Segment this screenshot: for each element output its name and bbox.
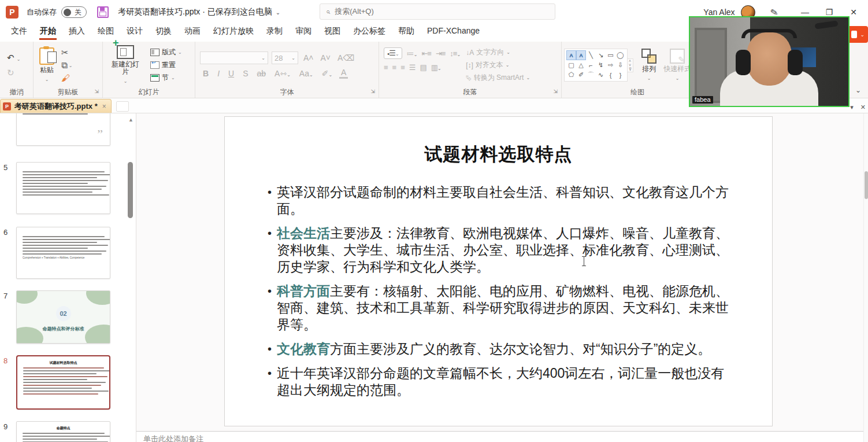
document-title[interactable]: 考研英语翻译技巧.pptx · 已保存到这台电脑 ⌄ [118, 7, 280, 17]
dialog-launcher-icon[interactable]: ⇲ [94, 89, 99, 94]
slide-bullets[interactable]: •英译汉部分试题命制的材料主要取自社会生活、科普知识、文化教育这几个方面。•社会… [268, 184, 730, 399]
menu-item-审阅[interactable]: 审阅 [289, 24, 318, 40]
slide-thumbnail-7[interactable]: 02命题特点和评分标准 [16, 290, 110, 344]
menu-item-插入[interactable]: 插入 [62, 24, 91, 40]
slide-title[interactable]: 试题材料选取特点 [225, 142, 772, 167]
line-spacing-button[interactable]: ↕≡⌄ [450, 49, 460, 58]
align-text-button[interactable]: [↕] 对齐文本⌄ [466, 60, 530, 70]
shape-option-icon[interactable]: ∿ [596, 70, 606, 80]
menu-item-文件[interactable]: 文件 [5, 24, 34, 40]
save-icon[interactable] [97, 6, 109, 18]
shape-option-icon[interactable]: ╲ [586, 50, 596, 60]
autosave-toggle[interactable]: 关 [61, 6, 87, 18]
menu-item-录制[interactable]: 录制 [260, 24, 289, 40]
shadow-button[interactable]: S [241, 69, 250, 78]
format-painter-button[interactable]: 🖌 [61, 73, 72, 83]
decrease-indent-button[interactable]: ⇤≡ [421, 49, 431, 58]
numbering-button[interactable]: ≔⌄ [407, 49, 417, 58]
new-slide-button[interactable]: 新建幻灯片 ⌄ [105, 44, 146, 86]
font-name-combo[interactable]: ⌄ [200, 51, 268, 64]
tab-close-icon[interactable]: × [102, 102, 106, 110]
gallery-more-icon[interactable]: ⊽ [629, 67, 632, 72]
panel-scroll-up-icon[interactable]: ▲ [128, 117, 133, 123]
search-input[interactable]: ⌕ 搜索(Alt+Q) [320, 3, 555, 20]
shape-option-icon[interactable]: ◯ [615, 50, 625, 60]
increase-indent-button[interactable]: ⇥≡ [436, 49, 445, 58]
dialog-launcher-icon[interactable]: ⇲ [370, 89, 375, 94]
shape-option-icon[interactable]: ↘ [596, 50, 606, 60]
text-direction-button[interactable]: ↓A 文字方向⌄ [466, 47, 530, 57]
italic-button[interactable]: I [216, 69, 221, 78]
section-button[interactable]: 节⌄ [150, 73, 182, 83]
tabbar-close-icon[interactable]: ✕ [860, 104, 866, 111]
paste-button[interactable]: 粘贴 ⌄ [36, 46, 58, 84]
font-size-combo[interactable]: 28⌄ [272, 51, 298, 64]
shape-option-icon[interactable]: } [615, 70, 625, 80]
menu-item-幻灯片放映[interactable]: 幻灯片放映 [207, 24, 260, 40]
dialog-launcher-icon[interactable]: ⇲ [553, 89, 558, 94]
shapes-scroll[interactable]: ˄ ˅ ⊽ [628, 58, 633, 72]
main-scrollbar-thumb[interactable] [865, 171, 868, 199]
clear-format-button[interactable]: A⌫ [336, 53, 356, 62]
shape-option-icon[interactable]: ⇨ [606, 60, 615, 70]
shape-option-icon[interactable]: A [576, 50, 586, 60]
cut-button[interactable]: ✂ [61, 47, 72, 58]
copy-button[interactable]: ⧉⌄ [61, 60, 72, 71]
shape-option-icon[interactable]: ⌐ [586, 60, 596, 70]
slide-thumbnail-9[interactable]: 命题特点 [16, 421, 110, 442]
shape-option-icon[interactable]: ▭ [606, 50, 615, 60]
menu-item-切换[interactable]: 切换 [149, 24, 178, 40]
user-name[interactable]: Yan Alex [703, 8, 735, 17]
text-highlight-button[interactable]: ✐⌄ [320, 69, 334, 78]
justify-button[interactable]: ☰ [409, 63, 416, 72]
shape-option-icon[interactable]: △ [576, 60, 586, 70]
grow-font-button[interactable]: A˄ [302, 53, 316, 62]
menu-item-视图[interactable]: 视图 [318, 24, 347, 40]
shapes-gallery[interactable]: AA╲↘▭◯▢△⌐↯⇨⇩⬠✐⌒∿{} [564, 49, 628, 82]
slide-canvas[interactable]: 试题材料选取特点 •英译汉部分试题命制的材料主要取自社会生活、科普知识、文化教育… [136, 113, 863, 431]
menu-item-办公标签[interactable]: 办公标签 [347, 24, 392, 40]
strikethrough-button[interactable]: ab [255, 69, 268, 78]
menu-item-开始[interactable]: 开始 [34, 24, 62, 40]
slide-thumbnail-6[interactable]: Comprehension + Translation + Abilities,… [16, 227, 110, 279]
underline-button[interactable]: U [227, 69, 236, 78]
panel-scrollbar-thumb[interactable] [128, 162, 133, 218]
slide-thumbnail-8[interactable]: 试题材料选取特点 [16, 355, 110, 410]
slide-thumbnail-5[interactable] [16, 162, 110, 214]
char-spacing-button[interactable]: A⇿⌄ [273, 69, 292, 78]
menu-item-设计[interactable]: 设计 [120, 24, 149, 40]
font-color-button[interactable]: A [339, 68, 348, 79]
main-scrollbar[interactable] [863, 113, 868, 442]
undo-icon[interactable]: ↶ ⌄ [7, 53, 20, 63]
change-case-button[interactable]: Aa⌄ [298, 69, 315, 78]
notes-pane[interactable]: 单击此处添加备注 [136, 431, 863, 442]
layout-button[interactable]: 版式⌄ [150, 47, 182, 57]
shape-option-icon[interactable]: ✐ [576, 70, 586, 80]
slide-thumbnail[interactable]: ” [16, 113, 110, 146]
tab-list-dropdown-icon[interactable]: ▾ [850, 104, 854, 111]
distribute-button[interactable]: ▤ [420, 63, 426, 72]
scroll-down-icon[interactable]: ˅ [629, 63, 632, 67]
align-right-button[interactable]: ≡ [400, 63, 405, 72]
document-tab[interactable]: P 考研英语翻译技巧.pptx * × [0, 99, 112, 113]
shape-option-icon[interactable]: ▢ [566, 60, 576, 70]
shape-option-icon[interactable]: ⌒ [586, 70, 596, 80]
shrink-font-button[interactable]: A˅ [319, 53, 333, 62]
shape-option-icon[interactable]: { [606, 70, 615, 80]
shape-option-icon[interactable]: A [566, 50, 576, 60]
smartart-button[interactable]: ⮱ 转换为 SmartArt⌄ [466, 73, 530, 83]
menu-item-帮助[interactable]: 帮助 [392, 24, 421, 40]
shape-option-icon[interactable]: ⇩ [615, 60, 625, 70]
align-left-button[interactable]: ≡ [384, 63, 388, 72]
bullets-button[interactable]: 🞄☰⌄ [384, 47, 402, 59]
bold-button[interactable]: B [201, 69, 210, 78]
new-tab-button[interactable] [116, 101, 129, 112]
menu-item-PDF-XChange[interactable]: PDF-XChange [421, 24, 486, 39]
scroll-up-icon[interactable]: ˄ [629, 59, 632, 63]
columns-button[interactable]: ▥⌄ [431, 63, 441, 72]
reset-button[interactable]: 重置 [150, 60, 182, 70]
collapse-ribbon-icon[interactable]: ⌄ [855, 86, 861, 94]
current-slide[interactable]: 试题材料选取特点 •英译汉部分试题命制的材料主要取自社会生活、科普知识、文化教育… [224, 116, 773, 426]
align-center-button[interactable]: ≡ [392, 63, 396, 72]
shape-option-icon[interactable]: ⬠ [566, 70, 576, 80]
